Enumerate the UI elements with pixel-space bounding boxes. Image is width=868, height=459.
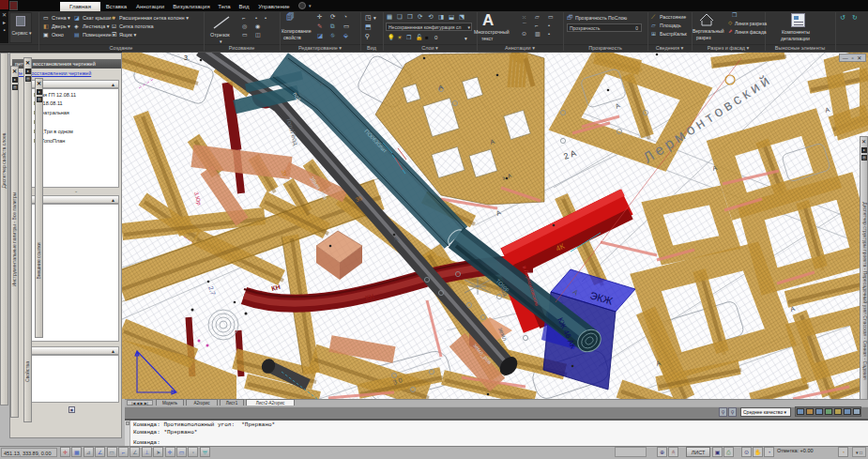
svg-text:3.: 3. xyxy=(184,54,190,61)
